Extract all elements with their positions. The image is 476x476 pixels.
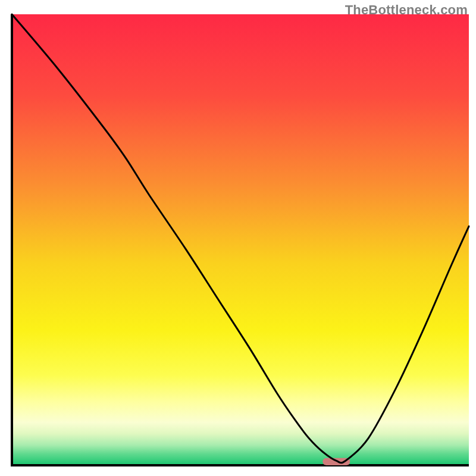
bottleneck-chart (0, 0, 476, 476)
gradient-background (12, 14, 469, 465)
chart-frame: TheBottleneck.com (0, 0, 476, 476)
watermark-text: TheBottleneck.com (345, 2, 468, 18)
